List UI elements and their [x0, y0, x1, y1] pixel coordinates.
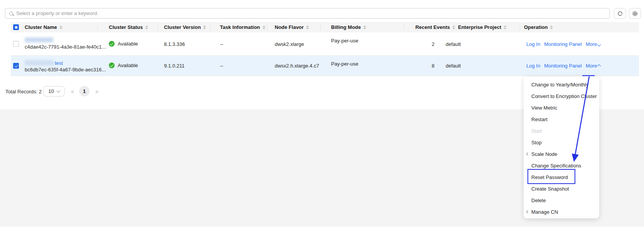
- header-divider: [520, 24, 520, 30]
- column-header-billing-mode[interactable]: Billing Mode: [331, 22, 366, 32]
- billing-mode: Pay-per-use: [331, 61, 358, 67]
- status-available-icon: [109, 62, 115, 68]
- cluster-version: 8.1.3.336: [164, 41, 185, 47]
- column-header-enterprise-project[interactable]: Enterprise Project: [458, 22, 507, 32]
- chevron-up-icon: [597, 64, 601, 68]
- header-divider: [404, 24, 404, 30]
- refresh-icon: [617, 10, 623, 17]
- column-header-cluster-name[interactable]: Cluster Name: [25, 22, 63, 32]
- settings-button[interactable]: [629, 8, 641, 19]
- sort-icon[interactable]: [452, 25, 455, 29]
- page-size-select[interactable]: 10: [43, 86, 65, 96]
- menu-item-restart[interactable]: Restart: [524, 113, 599, 125]
- select-all-checkbox[interactable]: [13, 24, 19, 30]
- refresh-button[interactable]: [614, 8, 626, 19]
- menu-item-reset-password[interactable]: Reset Password: [524, 171, 599, 183]
- status-label: Available: [118, 62, 138, 68]
- cluster-id: bc6db7ec-635f-4a67-9bde-aec316...: [25, 67, 106, 73]
- sort-icon[interactable]: [363, 25, 366, 29]
- header-divider: [97, 24, 98, 30]
- operation-cell: Log In Monitoring Panel More: [526, 63, 600, 69]
- cluster-name-link[interactable]: test: [55, 60, 63, 66]
- enterprise-project: default: [446, 41, 461, 47]
- chevron-down-icon: [56, 89, 60, 93]
- menu-item-convert-to-encryption-cluster[interactable]: Convert to Encryption Cluster: [524, 90, 599, 102]
- chevron-down-icon: [597, 43, 601, 47]
- recent-events-link[interactable]: 2: [397, 41, 434, 47]
- status-label: Available: [118, 41, 138, 47]
- column-header-task-information[interactable]: Task Information: [220, 22, 265, 32]
- search-icon: [9, 12, 13, 15]
- menu-item-create-snapshot[interactable]: Create Snapshot: [524, 183, 599, 194]
- search-bar[interactable]: [5, 8, 610, 19]
- menu-item-change-to-yearly-monthly[interactable]: Change to Yearly/Monthly: [524, 79, 599, 90]
- header-divider: [320, 24, 321, 30]
- monitoring-panel-link[interactable]: Monitoring Panel: [544, 41, 582, 47]
- status-available-icon: [109, 41, 115, 47]
- menu-item-manage-cn[interactable]: Manage CN: [524, 206, 599, 218]
- monitoring-panel-link[interactable]: Monitoring Panel: [544, 63, 582, 69]
- billing-mode: Pay-per-use: [331, 38, 358, 44]
- row-checkbox-checked[interactable]: [13, 63, 19, 69]
- enterprise-project: default: [446, 63, 461, 69]
- task-information: --: [220, 41, 223, 47]
- sort-icon[interactable]: [59, 25, 63, 29]
- column-header-recent-events[interactable]: Recent Events: [397, 22, 455, 32]
- cluster-status-cell: Available: [109, 62, 138, 68]
- sort-icon[interactable]: [145, 25, 148, 29]
- sort-icon[interactable]: [550, 25, 553, 29]
- prev-page-button[interactable]: <: [71, 89, 74, 95]
- header-divider: [157, 24, 158, 30]
- sort-icon[interactable]: [203, 25, 206, 29]
- total-records: Total Records: 2: [5, 89, 42, 95]
- more-link-expanded[interactable]: More: [586, 63, 601, 69]
- table-row-selected: test bc6db7ec-635f-4a67-9bde-aec316... A…: [11, 56, 639, 76]
- column-header-cluster-status[interactable]: Cluster Status: [109, 22, 148, 32]
- table-header: Cluster Name Cluster Status Cluster Vers…: [11, 22, 639, 32]
- recent-events-link[interactable]: 8: [397, 63, 434, 69]
- cluster-version: 9.1.0.211: [164, 63, 184, 69]
- header-divider: [454, 24, 455, 30]
- menu-item-change-specifications[interactable]: Change Specifications: [524, 160, 599, 171]
- cluster-status-cell: Available: [109, 41, 138, 47]
- redacted-cluster-name: [25, 60, 54, 66]
- sort-icon[interactable]: [504, 25, 507, 29]
- node-flavor: dwsk2.xlarge: [275, 41, 304, 47]
- header-divider: [267, 24, 267, 30]
- log-in-link[interactable]: Log In: [526, 41, 540, 47]
- column-header-cluster-version[interactable]: Cluster Version: [164, 22, 206, 32]
- redacted-cluster-name: [25, 37, 53, 42]
- chevron-left-icon: [526, 152, 529, 155]
- operation-cell: Log In Monitoring Panel More: [526, 41, 600, 47]
- menu-item-delete[interactable]: Delete: [524, 194, 599, 206]
- column-header-node-flavor[interactable]: Node Flavor: [275, 22, 309, 32]
- more-link[interactable]: More: [586, 41, 601, 47]
- more-dropdown-menu: Change to Yearly/Monthly Convert to Encr…: [524, 77, 599, 218]
- menu-item-stop[interactable]: Stop: [524, 137, 599, 148]
- sort-icon[interactable]: [306, 25, 309, 29]
- sort-icon[interactable]: [262, 25, 265, 29]
- menu-item-start: Start: [524, 125, 599, 137]
- chevron-left-icon: [526, 210, 529, 213]
- current-page[interactable]: 1: [79, 86, 90, 96]
- row-checkbox[interactable]: [13, 41, 19, 47]
- log-in-link[interactable]: Log In: [526, 63, 540, 69]
- gear-icon: [632, 10, 638, 17]
- next-page-button[interactable]: >: [95, 89, 98, 95]
- menu-item-view-metric[interactable]: View Metric: [524, 102, 599, 113]
- search-input[interactable]: [16, 10, 605, 16]
- table-row: c4dae42c-7791-4a3e-81ae-fe40c1... Availa…: [11, 32, 639, 56]
- task-information: --: [220, 63, 223, 69]
- column-header-operation[interactable]: Operation: [524, 22, 553, 32]
- node-flavor: dwsx2.h.xlarge.4.c7: [275, 63, 319, 69]
- menu-item-scale-node[interactable]: Scale Node: [524, 148, 599, 160]
- cluster-id: c4dae42c-7791-4a3e-81ae-fe40c1...: [25, 44, 106, 50]
- header-divider: [210, 24, 211, 30]
